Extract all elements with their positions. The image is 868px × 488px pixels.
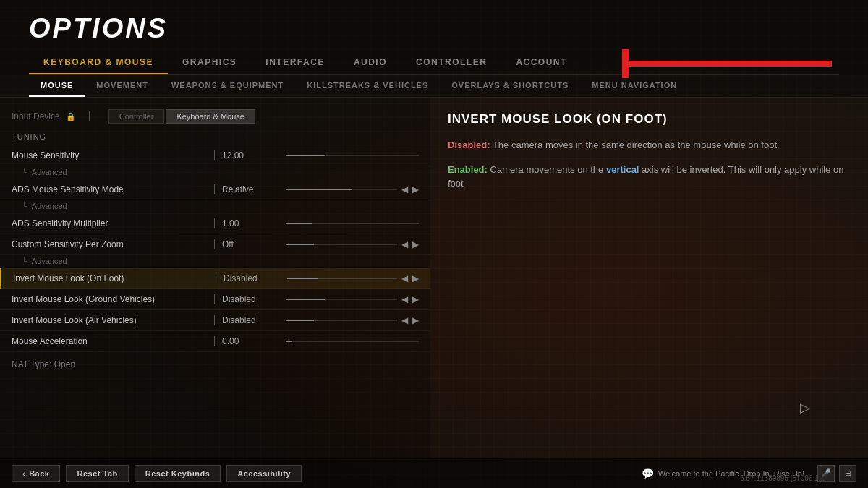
setting-custom-sensitivity-zoom[interactable]: Custom Sensitivity Per Zoom Off ◀ ▶: [0, 234, 430, 255]
setting-arrows[interactable]: ◀ ▶: [401, 184, 419, 194]
separator: [214, 294, 215, 304]
nat-type: NAT Type: Open: [0, 352, 430, 377]
back-button[interactable]: ‹ Back: [12, 465, 60, 482]
enabled-text: Camera movements on the: [490, 164, 606, 175]
reset-tab-button[interactable]: Reset Tab: [66, 465, 128, 482]
info-panel-title: INVERT MOUSE LOOK (ON FOOT): [448, 112, 851, 127]
setting-invert-mouse-foot[interactable]: Invert Mouse Look (On Foot) Disabled ◀ ▶: [0, 268, 430, 289]
top-nav-keyboard-mouse[interactable]: KEYBOARD & MOUSE: [29, 51, 168, 74]
setting-arrows[interactable]: ◀ ▶: [401, 239, 419, 249]
tuning-heading: Tuning: [0, 128, 430, 145]
setting-mouse-acceleration[interactable]: Mouse Acceleration 0.00: [0, 331, 430, 352]
advanced-ads-sensitivity[interactable]: └ Advanced: [0, 200, 430, 213]
setting-label: ADS Mouse Sensitivity Mode: [12, 184, 207, 194]
highlight-text: vertical: [606, 164, 639, 175]
sub-nav-weapons-equipment[interactable]: WEAPONS & EQUIPMENT: [160, 75, 295, 97]
sub-navigation: MOUSE MOVEMENT WEAPONS & EQUIPMENT KILLS…: [0, 75, 868, 98]
slider[interactable]: [286, 223, 419, 224]
slider[interactable]: [286, 155, 419, 156]
setting-value: 0.00: [222, 336, 280, 346]
advanced-mouse-sensitivity[interactable]: └ Advanced: [0, 166, 430, 179]
advanced-label: Advanced: [32, 202, 67, 210]
setting-label: Invert Mouse Look (Ground Vehicles): [12, 294, 207, 304]
setting-value: Off: [222, 239, 280, 249]
setting-arrows[interactable]: ◀ ▶: [401, 315, 419, 325]
lock-icon: 🔒: [66, 112, 76, 121]
info-disabled-section: Disabled: The camera moves in the same d…: [448, 138, 851, 153]
reset-keybinds-label: Reset Keybinds: [145, 469, 210, 478]
version-info: 6.57.11389895 [57006 1...: [740, 474, 825, 482]
slider[interactable]: [286, 244, 397, 245]
arrow-left-icon[interactable]: ◀: [401, 184, 408, 194]
setting-label: ADS Sensitivity Multiplier: [12, 218, 207, 228]
setting-value: Disabled: [224, 273, 281, 283]
sub-nav-movement[interactable]: MOVEMENT: [85, 75, 160, 97]
input-tab-keyboard-mouse[interactable]: Keyboard & Mouse: [166, 109, 255, 124]
setting-invert-mouse-air[interactable]: Invert Mouse Look (Air Vehicles) Disable…: [0, 310, 430, 331]
sub-nav-menu-navigation[interactable]: MENU NAVIGATION: [580, 75, 689, 97]
back-icon: ‹: [22, 469, 25, 478]
top-nav-interface[interactable]: INTERFACE: [251, 51, 339, 74]
separator: [214, 315, 215, 325]
sub-nav-mouse[interactable]: MOUSE: [29, 75, 85, 97]
cursor-indicator: ▷: [800, 400, 810, 416]
reset-tab-label: Reset Tab: [77, 469, 117, 478]
arrow-right-icon[interactable]: ▶: [412, 184, 419, 194]
slider[interactable]: [286, 299, 397, 300]
back-label: Back: [29, 469, 49, 478]
advanced-label: Advanced: [32, 257, 67, 265]
arrow-left-icon[interactable]: ◀: [401, 294, 408, 304]
setting-label: Invert Mouse Look (On Foot): [13, 273, 208, 283]
settings-panel: Input Device 🔒 Controller Keyboard & Mou…: [0, 98, 430, 458]
separator: [216, 273, 216, 283]
top-nav-graphics[interactable]: GRAPHICS: [168, 51, 251, 74]
input-device-label: Input Device: [12, 111, 60, 121]
setting-label: Mouse Sensitivity: [12, 150, 207, 160]
slider[interactable]: [286, 189, 397, 190]
sub-arrow-icon: └: [22, 257, 27, 265]
page-title: OPTIONS: [29, 13, 839, 44]
top-nav-account[interactable]: ACCOUNT: [501, 51, 582, 74]
arrow-left-icon[interactable]: ◀: [401, 239, 408, 249]
setting-ads-sensitivity-mode[interactable]: ADS Mouse Sensitivity Mode Relative ◀ ▶: [0, 179, 430, 200]
disabled-label: Disabled:: [448, 140, 490, 150]
setting-mouse-sensitivity[interactable]: Mouse Sensitivity 12.00: [0, 145, 430, 166]
setting-invert-mouse-ground[interactable]: Invert Mouse Look (Ground Vehicles) Disa…: [0, 289, 430, 310]
arrow-right-icon[interactable]: ▶: [412, 315, 419, 325]
arrow-left-icon[interactable]: ◀: [401, 315, 408, 325]
arrow-annotation: [622, 49, 839, 78]
arrow-left-icon[interactable]: ◀: [401, 273, 408, 283]
arrow-right-icon[interactable]: ▶: [412, 239, 419, 249]
chat-icon: 💬: [642, 468, 654, 479]
sub-arrow-icon: └: [22, 202, 27, 210]
arrow-right-icon[interactable]: ▶: [412, 273, 419, 283]
setting-value: Disabled: [222, 294, 280, 304]
arrow-right-icon[interactable]: ▶: [412, 294, 419, 304]
reset-keybinds-button[interactable]: Reset Keybinds: [135, 465, 221, 482]
separator: [214, 184, 215, 194]
setting-label: Custom Sensitivity Per Zoom: [12, 239, 207, 249]
advanced-label: Advanced: [32, 168, 67, 176]
input-tab-controller[interactable]: Controller: [109, 109, 165, 124]
setting-arrows[interactable]: ◀ ▶: [401, 273, 419, 283]
setting-label: Invert Mouse Look (Air Vehicles): [12, 315, 207, 325]
setting-ads-sensitivity-multiplier[interactable]: ADS Sensitivity Multiplier 1.00: [0, 213, 430, 234]
setting-label: Mouse Acceleration: [12, 336, 207, 346]
setting-value: 1.00: [222, 218, 280, 228]
chat-settings-icon[interactable]: ⊞: [839, 465, 856, 482]
info-panel: INVERT MOUSE LOOK (ON FOOT) Disabled: Th…: [430, 98, 868, 458]
slider[interactable]: [287, 278, 397, 279]
sub-nav-killstreaks-vehicles[interactable]: KILLSTREAKS & VEHICLES: [295, 75, 440, 97]
advanced-custom-sensitivity[interactable]: └ Advanced: [0, 255, 430, 268]
slider[interactable]: [286, 341, 419, 342]
sub-nav-overlays-shortcuts[interactable]: OVERLAYS & SHORTCUTS: [440, 75, 580, 97]
setting-value: 12.00: [222, 150, 280, 160]
info-enabled-section: Enabled: Camera movements on the vertica…: [448, 163, 851, 191]
top-nav-controller[interactable]: CONTROLLER: [401, 51, 501, 74]
setting-arrows[interactable]: ◀ ▶: [401, 294, 419, 304]
slider[interactable]: [286, 320, 397, 321]
top-nav-audio[interactable]: AUDIO: [339, 51, 401, 74]
accessibility-label: Accessibility: [237, 469, 291, 478]
disabled-text: The camera moves in the same direction a…: [493, 140, 780, 150]
accessibility-button[interactable]: Accessibility: [226, 465, 302, 482]
